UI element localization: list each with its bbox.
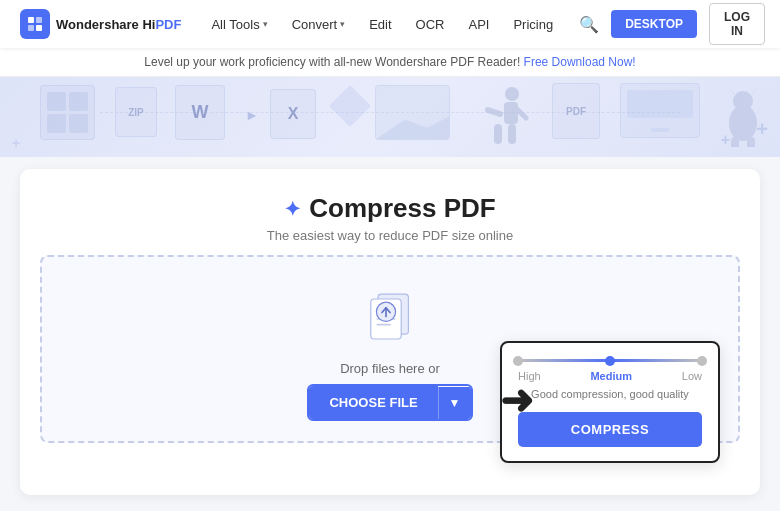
page-title-area: ✦ Compress PDF The easiest way to reduce… [40,193,740,243]
page-subtitle: The easiest way to reduce PDF size onlin… [40,228,740,243]
main-content-card: ✦ Compress PDF The easiest way to reduce… [20,169,760,495]
svg-rect-0 [28,17,34,23]
choose-file-dropdown-button[interactable]: ▼ [438,387,471,419]
compression-slider-track[interactable] [518,359,702,362]
svg-marker-13 [751,85,759,95]
label-medium: Medium [590,370,632,382]
chevron-down-icon: ▾ [263,19,268,29]
quality-description: Good compression, good quality [518,388,702,400]
search-icon[interactable]: 🔍 [571,15,607,34]
nav-api[interactable]: API [458,0,499,48]
promo-bar: Level up your work proficiency with all-… [0,48,780,77]
nav-convert[interactable]: Convert ▾ [282,0,356,48]
bottom-section: Drop files here or CHOOSE FILE ▼ ➜ High … [40,255,740,475]
svg-rect-14 [731,137,739,147]
nav-all-tools[interactable]: All Tools ▾ [201,0,277,48]
logo[interactable]: Wondershare HiPDF [20,9,181,39]
page-title: ✦ Compress PDF [40,193,740,224]
chevron-down-icon: ▾ [340,19,345,29]
svg-rect-6 [494,124,502,144]
navbar: Wondershare HiPDF All Tools ▾ Convert ▾ … [0,0,780,48]
compress-icon: ✦ [284,197,301,221]
svg-point-11 [733,91,753,111]
arrow-indicator: ➜ [500,377,534,423]
logo-text: Wondershare HiPDF [56,17,181,32]
drop-text: Drop files here or [340,361,440,376]
desktop-button[interactable]: DESKTOP [611,10,697,38]
svg-rect-2 [28,25,34,31]
login-button[interactable]: LOG IN [709,3,765,45]
slider-dot-low [697,356,707,366]
nav-edit[interactable]: Edit [359,0,401,48]
label-low: Low [682,370,702,382]
compress-button[interactable]: COMPRESS [518,412,702,447]
svg-rect-15 [747,137,755,147]
svg-rect-3 [36,25,42,31]
hero-banner: ZIP W ► X PDF [0,77,780,157]
slider-labels: High Medium Low [518,370,702,382]
svg-rect-1 [36,17,42,23]
svg-line-9 [518,110,526,118]
svg-marker-12 [727,85,735,95]
upload-icon [358,281,422,349]
nav-ocr[interactable]: OCR [406,0,455,48]
logo-icon [20,9,50,39]
svg-point-4 [505,87,519,101]
slider-dot-medium [605,356,615,366]
svg-rect-7 [508,124,516,144]
choose-file-control: CHOOSE FILE ▼ [307,384,472,421]
choose-file-button[interactable]: CHOOSE FILE [309,386,437,419]
promo-download-link[interactable]: Free Download Now! [524,55,636,69]
slider-dot-high [513,356,523,366]
nav-pricing[interactable]: Pricing [503,0,563,48]
